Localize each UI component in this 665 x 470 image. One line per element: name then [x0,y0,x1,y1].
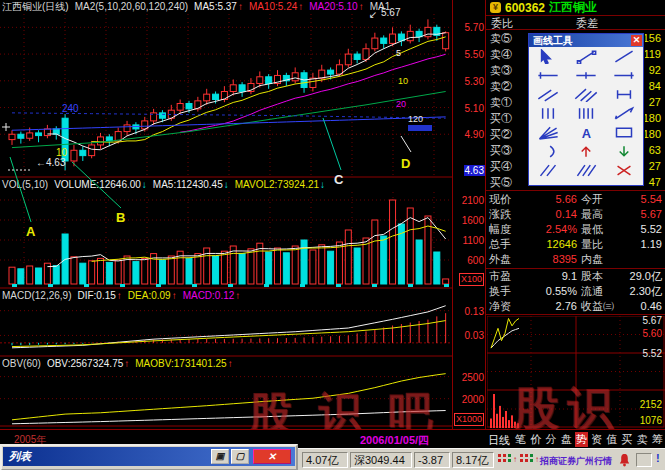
maximize-button[interactable]: ▢ [231,449,249,464]
axis-label: 0.03 [465,330,484,341]
bottom-tab-row: 笔价分盘势资值买卖筹 [514,432,664,447]
tool-arrow-down-icon[interactable] [605,142,643,161]
candle [230,85,236,92]
palette-tool-grid: A [529,47,643,180]
tool-hline-b-icon[interactable] [567,66,605,85]
axis-label: 600 [467,255,484,266]
volume-bar [239,254,245,284]
candle [159,113,165,118]
tool-pencil-icon[interactable] [605,104,643,123]
info-row: 总手12646量比1.19 [486,237,665,252]
volume-bar [336,242,342,284]
tool-cursor-icon[interactable] [529,47,567,66]
period-tab[interactable]: 日线 [488,433,510,448]
popup-titlebar[interactable]: 列表 ▣ ▢ ✕ [3,447,295,466]
candle [36,133,42,136]
palette-titlebar[interactable]: 画线工具 ✕ [529,34,643,47]
tool-hline-a-icon[interactable] [529,66,567,85]
indicator-value: 江西铜业(日线) [2,1,69,12]
tool-rect-icon[interactable] [605,123,643,142]
restore-button[interactable]: ▣ [211,449,229,464]
tool-fan-icon[interactable] [529,123,567,142]
close-button[interactable]: ✕ [253,449,291,464]
candle [124,125,130,132]
tool-channel3-icon[interactable] [567,85,605,104]
drawing-tools-palette[interactable]: 画线工具 ✕ A [528,33,644,186]
tool-ray-icon[interactable] [605,47,643,66]
volume-bar [292,246,298,284]
info-row: 净资2.76收益㈢0.46 [486,299,665,314]
volume-bar [275,248,281,284]
volume-bar [372,220,378,284]
indicator-value: MA10:5.24↑ [249,1,303,12]
intraday-mini-chart[interactable] [487,316,665,428]
candle [53,129,59,134]
axis-label: 4.90 [465,129,484,140]
tool-par2-icon[interactable] [529,161,567,180]
axis-label: 1100 [462,235,484,246]
svg-text:A: A [582,126,591,140]
bottom-tab-价[interactable]: 价 [529,432,542,447]
level-label: 买⑤ [490,174,530,190]
palette-title-label: 画线工具 [533,35,573,46]
tool-channel2-icon[interactable] [529,85,567,104]
chart-area[interactable]: 江西铜业(日线)MA2(5,10,20,60,120,240)MA5:5.37↑… [0,0,485,430]
axis-label: 5.50 [465,49,484,60]
tool-par3-icon[interactable] [567,161,605,180]
volume-bar [345,230,351,284]
level-label: 买④ [490,158,530,174]
bottom-tab-势[interactable]: 势 [575,432,588,447]
candle [345,54,351,65]
volume-indicator-header: VOL(5,10)VOLUME:12646.00↓MA5:112430.45↓M… [2,179,331,191]
volume-bar [27,266,33,284]
indicator-value: DIF:0.15↑ [77,290,121,301]
candle [9,134,15,139]
alarm-bell-icon[interactable] [618,453,631,469]
tool-delete-icon[interactable] [605,161,643,180]
axis-label: 2000 [462,394,484,405]
tool-hline-c-icon[interactable] [605,66,643,85]
axis-label: X100 [459,273,484,286]
tool-vlines3-icon[interactable] [529,104,567,123]
candle [372,38,378,49]
volume-bar [301,240,307,284]
axis-label: 1600 [462,215,484,226]
taskbar: 列表 ▣ ▢ ✕ 4.07亿 深3049.44 -3.87 8.17亿 ↑ ↑ … [0,448,665,470]
info-row: 外盘8395内盘 [486,252,665,267]
candle [363,49,369,60]
popup-window[interactable]: 列表 ▣ ▢ ✕ [0,444,298,470]
market-trend-icon-2: ↑ [520,454,540,466]
bottom-tab-卖[interactable]: 卖 [636,432,649,447]
bottom-tab-笔[interactable]: 笔 [514,432,527,447]
candle [443,33,449,49]
bottom-tab-盘[interactable]: 盘 [560,432,573,447]
tool-arc-icon[interactable] [529,142,567,161]
tool-segment-icon[interactable] [567,47,605,66]
volume-bar [159,260,165,284]
cursor-date-label: 2006/01/05/四 [360,433,429,448]
tool-arrow-up-icon[interactable] [567,142,605,161]
candle [381,38,387,43]
intraday-price-label: 5.60 [643,329,662,339]
volume-bar [328,251,334,284]
tool-vlines4-icon[interactable] [567,104,605,123]
bottom-tab-分[interactable]: 分 [544,432,557,447]
tool-text-icon[interactable]: A [567,123,605,142]
bottom-tab-值[interactable]: 值 [605,432,618,447]
alert-exclamation: ! [656,452,660,464]
tool-hbar-icon[interactable] [605,85,643,104]
volume-bar [381,236,387,284]
market-trend-icon: ↑ [498,454,518,466]
bottom-tab-筹[interactable]: 筹 [651,432,664,447]
bottom-tab-买[interactable]: 买 [621,432,634,447]
indicator-value: MAVOL2:73924.21↓ [235,179,325,190]
indicator-value: VOLUME:12646.00↓ [54,179,147,190]
volume-bar [71,257,77,284]
volume-bar [168,256,174,284]
palette-close-button[interactable]: ✕ [631,35,642,46]
indicator-value: MA5:112430.45↓ [153,179,229,190]
level-label: 卖④ [490,46,530,62]
sz-index-field: 深3049.44 [350,452,412,468]
stock-header: ¥ 600362 江西铜业 [486,0,665,15]
bottom-tab-资[interactable]: 资 [590,432,603,447]
